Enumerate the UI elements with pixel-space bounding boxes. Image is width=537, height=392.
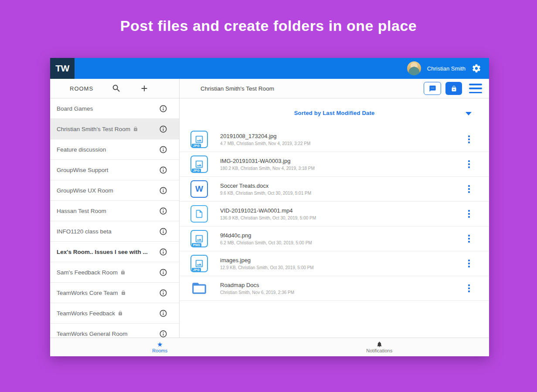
rooms-title: ROOMS (70, 85, 93, 92)
file-name: images.jpeg (220, 257, 314, 264)
info-icon[interactable] (159, 289, 167, 297)
info-icon[interactable] (159, 166, 167, 174)
sort-bar: Sorted by Last Modified Date (180, 98, 489, 127)
app-logo: TW (50, 58, 75, 79)
tab-notifications[interactable]: Notifications (270, 338, 489, 356)
sidebar-room-item[interactable]: Hassan Test Room (50, 201, 179, 221)
app-window: TW Christian Smith ROOMS Board Games Chr… (50, 58, 489, 356)
chat-button[interactable] (424, 82, 441, 95)
room-name: Hassan Test Room (57, 208, 106, 214)
room-list: Board Games Christian Smith's Test Room … (50, 98, 179, 338)
info-icon[interactable] (159, 248, 167, 256)
folder-icon (190, 280, 208, 297)
info-icon[interactable] (159, 145, 167, 154)
kebab-menu-icon[interactable] (466, 283, 472, 294)
file-name: Roadmap Docs (220, 282, 294, 288)
info-icon[interactable] (159, 125, 167, 133)
add-room-icon[interactable] (139, 84, 149, 93)
file-row[interactable]: W PNG 9f4d40c.png 6.2 MB, Christian Smit… (180, 226, 489, 251)
file-meta: 12.9 KB, Christian Smith, Oct 30, 2019, … (220, 265, 314, 270)
user-avatar[interactable] (407, 61, 421, 75)
sidebar-room-item[interactable]: Christian Smith's Test Room (50, 119, 179, 139)
file-meta: 6.2 MB, Christian Smith, Oct 30, 2019, 5… (220, 240, 312, 245)
file-type-icon: W (190, 205, 208, 223)
file-type-badge: PNG (192, 243, 201, 247)
room-name: TeamWorks Feedback (57, 310, 115, 317)
file-meta: 9.6 KB, Christian Smith, Oct 30, 2019, 5… (220, 191, 311, 196)
chevron-down-icon[interactable] (466, 112, 472, 115)
sidebar-room-item[interactable]: INFO1120 class beta (50, 221, 179, 242)
file-type-icon: W JPG (190, 131, 208, 148)
file-row[interactable]: W Roadmap Docs Christian Smith, Nov 6, 2… (180, 276, 489, 301)
lock-icon (118, 311, 123, 316)
file-row[interactable]: W W Soccer Treats.docx 9.6 KB, Christian… (180, 177, 489, 202)
file-name: VID-20191021-WA0001.mp4 (220, 207, 316, 214)
room-name: Board Games (57, 105, 93, 112)
sidebar-header: ROOMS (50, 79, 179, 98)
kebab-menu-icon[interactable] (466, 134, 472, 145)
lock-icon (121, 290, 126, 295)
file-meta: 136.9 KB, Christian Smith, Oct 30, 2019,… (220, 216, 316, 220)
file-type-icon: W JPG (190, 255, 208, 272)
sidebar-room-item[interactable]: TeamWorks Core Team (50, 283, 179, 303)
file-name: IMG-20191031-WA0003.jpg (220, 158, 315, 164)
info-icon[interactable] (159, 268, 167, 277)
file-meta: 4.7 MB, Christian Smith, Nov 4, 2019, 3:… (220, 141, 310, 146)
sidebar-room-item[interactable]: GroupWise UX Room (50, 180, 179, 201)
lock-icon (133, 126, 138, 132)
kebab-menu-icon[interactable] (466, 208, 472, 220)
file-meta: Christian Smith, Nov 6, 2019, 2:36 PM (220, 290, 294, 295)
room-name: TeamWorks General Room (57, 331, 128, 337)
tab-rooms[interactable]: ★ Rooms (50, 338, 270, 356)
file-row[interactable]: W JPG images.jpeg 12.9 KB, Christian Smi… (180, 251, 489, 276)
file-type-badge: JPG (192, 268, 201, 272)
lock-icon (120, 270, 126, 275)
gear-icon[interactable] (472, 64, 481, 73)
bottom-nav: ★ Rooms Notifications (50, 338, 489, 356)
user-name: Christian Smith (427, 65, 466, 72)
room-name: GroupWise UX Room (57, 187, 113, 194)
file-row[interactable]: W JPG IMG-20191031-WA0003.jpg 180.2 KB, … (180, 152, 489, 177)
tab-rooms-label: Rooms (152, 348, 167, 353)
chat-bubble-icon (429, 85, 436, 92)
main-panel: Christian Smith's Test Room Sorted by La… (180, 79, 489, 338)
sidebar-room-item[interactable]: Lex's Room.. Issues I see with ... (50, 242, 179, 262)
room-name: Lex's Room.. Issues I see with ... (57, 249, 148, 255)
room-name: INFO1120 class beta (57, 228, 112, 235)
room-name: GroupWise Support (57, 167, 109, 173)
kebab-menu-icon[interactable] (466, 258, 472, 269)
file-type-icon: W (190, 280, 208, 297)
kebab-menu-icon[interactable] (466, 233, 472, 244)
tab-notifications-label: Notifications (366, 348, 392, 353)
info-icon[interactable] (159, 207, 167, 215)
lock-button[interactable] (445, 82, 462, 95)
bell-icon (376, 341, 383, 348)
file-type-icon: W W (190, 180, 208, 198)
kebab-menu-icon[interactable] (466, 159, 472, 170)
sidebar-room-item[interactable]: GroupWise Support (50, 160, 179, 180)
sidebar-room-item[interactable]: TeamWorks General Room (50, 324, 179, 338)
info-icon[interactable] (159, 309, 167, 318)
info-icon[interactable] (159, 186, 167, 195)
file-meta: 180.2 KB, Christian Smith, Nov 4, 2019, … (220, 166, 315, 171)
file-row[interactable]: W JPG 20191008_173204.jpg 4.7 MB, Christ… (180, 127, 489, 152)
info-icon[interactable] (159, 105, 167, 113)
info-icon[interactable] (159, 330, 167, 338)
sidebar-room-item[interactable]: TeamWorks Feedback (50, 303, 179, 324)
sidebar-room-item[interactable]: Board Games (50, 98, 179, 119)
file-type-badge: JPG (192, 169, 201, 172)
word-doc-icon: W (190, 180, 208, 198)
room-name: Feature discussion (57, 146, 106, 153)
search-icon[interactable] (112, 84, 121, 93)
file-type-icon: W PNG (190, 230, 208, 247)
app-bar: TW Christian Smith (50, 58, 489, 79)
sidebar-room-item[interactable]: Feature discussion (50, 139, 179, 160)
sort-label[interactable]: Sorted by Last Modified Date (294, 110, 375, 116)
kebab-menu-icon[interactable] (466, 183, 472, 195)
page-headline: Post files and create folders in one pla… (0, 17, 537, 34)
hamburger-menu-icon[interactable] (469, 84, 482, 93)
file-row[interactable]: W VID-20191021-WA0001.mp4 136.9 KB, Chri… (180, 202, 489, 226)
sidebar-room-item[interactable]: Sam's Feedback Room (50, 262, 179, 283)
generic-file-icon (190, 205, 208, 223)
info-icon[interactable] (159, 227, 167, 236)
